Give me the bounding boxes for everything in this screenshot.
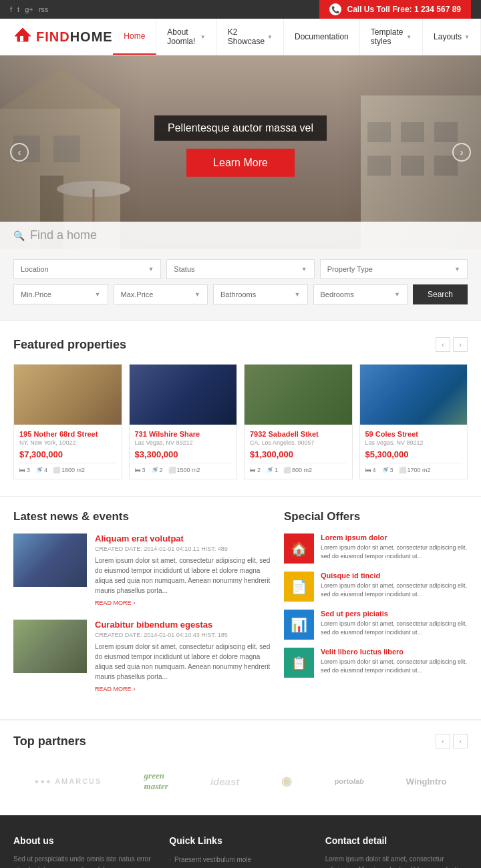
offer-icon-3: 📊 bbox=[284, 610, 314, 640]
search-icon: 🔍 bbox=[13, 230, 25, 241]
min-price-select[interactable]: Min.Price▼ bbox=[13, 284, 108, 304]
googleplus-icon[interactable]: g+ bbox=[25, 5, 33, 13]
footer-grid: About us Sed ut perspiciatis unde omnis … bbox=[13, 835, 468, 868]
nav-home[interactable]: Home bbox=[113, 19, 156, 55]
rss-icon[interactable]: rss bbox=[39, 5, 49, 13]
property-card-4[interactable]: 59 Coles Street Las Vegas, NV 89212 $5,3… bbox=[359, 364, 468, 479]
offer-title-3[interactable]: Sed ut pers piciatis bbox=[321, 610, 468, 618]
offer-icon-1: 🏠 bbox=[284, 533, 314, 564]
twitter-icon[interactable]: t bbox=[17, 5, 19, 13]
property-meta-4: 🛏4 🚿3 ⬜1700 m2 bbox=[365, 463, 462, 473]
property-location-1: NY, New York, 10022 bbox=[19, 439, 116, 446]
footer-link-1[interactable]: ›Praesent vestibulum mole bbox=[169, 854, 311, 865]
offer-item-1: 🏠 Lorem ipsum dolor Lorem ipsum dolor si… bbox=[284, 533, 468, 564]
news-image-1[interactable] bbox=[13, 533, 87, 587]
property-meta-1: 🛏3 🚿4 ⬜1800 m2 bbox=[19, 463, 116, 473]
partner-4[interactable]: ◉ bbox=[281, 774, 292, 789]
logo-text: FINDHOME bbox=[36, 29, 113, 45]
partners-title: Top partners bbox=[13, 734, 86, 748]
bathrooms-select[interactable]: Bathrooms▼ bbox=[213, 284, 308, 304]
news-item-title-2[interactable]: Curabitur bibendum egestas bbox=[95, 620, 271, 630]
offer-text-3: Lorem ipsum dolor sit amet, consectetur … bbox=[321, 620, 468, 636]
facebook-icon[interactable]: f bbox=[10, 5, 12, 13]
offer-content-3: Sed ut pers piciatis Lorem ipsum dolor s… bbox=[321, 610, 468, 640]
offer-content-2: Quisque id tincid Lorem ipsum dolor sit … bbox=[321, 572, 468, 602]
filter-row-1: Location▼ Status▼ Property Type▼ bbox=[13, 259, 468, 279]
hero-prev-button[interactable]: ‹ bbox=[10, 143, 29, 162]
beds-4: 🛏4 bbox=[365, 467, 376, 473]
partner-2[interactable]: greenmaster bbox=[144, 771, 168, 792]
partners-next[interactable]: › bbox=[453, 734, 468, 748]
news-item-title-1[interactable]: Aliquam erat volutpat bbox=[95, 533, 271, 544]
news-image-2[interactable] bbox=[13, 620, 87, 673]
offer-title-1[interactable]: Lorem ipsum dolor bbox=[321, 533, 468, 541]
news-text-2: Lorem ipsum dolor sit amet, consectetur … bbox=[95, 642, 271, 682]
featured-section: Featured properties ‹ › 195 Nother 68rd … bbox=[0, 320, 481, 496]
area-1: ⬜1800 m2 bbox=[53, 467, 85, 473]
bedrooms-select[interactable]: Bedrooms▼ bbox=[313, 284, 408, 304]
property-info-1: 195 Nother 68rd Street NY, New York, 100… bbox=[14, 425, 122, 479]
news-offers-section: Latest news & events Aliquam erat volutp… bbox=[0, 497, 481, 719]
hero-next-button[interactable]: › bbox=[452, 143, 471, 162]
offer-title-4[interactable]: Velit libero luctus libero bbox=[321, 648, 468, 656]
partner-3[interactable]: ideast bbox=[210, 776, 239, 787]
news-title: Latest news & events bbox=[13, 510, 271, 523]
property-price-3: $1,300,000 bbox=[250, 449, 347, 459]
baths-1: 🚿4 bbox=[35, 467, 47, 473]
property-price-1: $7,300,000 bbox=[19, 449, 116, 459]
property-card-2[interactable]: 731 Wilshire Share Las Vegas, NV 89212 $… bbox=[129, 364, 238, 479]
partner-6[interactable]: WingIntro bbox=[406, 777, 447, 787]
top-bar: f t g+ rss 📞 Call Us Toll Free: 1 234 56… bbox=[0, 0, 481, 19]
featured-next[interactable]: › bbox=[453, 337, 468, 352]
property-image-3 bbox=[245, 365, 352, 425]
property-image-1 bbox=[14, 365, 122, 425]
property-info-4: 59 Coles Street Las Vegas, NV 89212 $5,3… bbox=[360, 425, 468, 479]
property-price-2: $3,300,000 bbox=[135, 449, 232, 459]
partners-header: Top partners ‹ › bbox=[13, 734, 468, 748]
property-street-4: 59 Coles Street bbox=[365, 430, 462, 438]
offer-item-4: 📋 Velit libero luctus libero Lorem ipsum… bbox=[284, 648, 468, 678]
status-select[interactable]: Status▼ bbox=[166, 259, 314, 279]
partner-1[interactable]: ●●● AMARCUS bbox=[35, 777, 102, 785]
nav-docs[interactable]: Documentation bbox=[284, 19, 360, 55]
offer-text-2: Lorem ipsum dolor sit amet, consectetur … bbox=[321, 582, 468, 598]
nav-about[interactable]: About Joomla! ▼ bbox=[156, 19, 216, 55]
hero-content: Pellentesque auctor massa vel Learn More bbox=[154, 116, 327, 177]
baths-3: 🚿1 bbox=[266, 467, 278, 473]
offer-item-3: 📊 Sed ut pers piciatis Lorem ipsum dolor… bbox=[284, 610, 468, 640]
logo-icon bbox=[13, 27, 32, 47]
search-placeholder[interactable]: Find a home bbox=[30, 228, 97, 242]
property-location-4: Las Vegas, NV 89212 bbox=[365, 439, 462, 446]
nav-layouts[interactable]: Layouts ▼ bbox=[423, 19, 481, 55]
read-more-1[interactable]: READ MORE › bbox=[95, 600, 271, 606]
footer-contact: Contact detail Lorem ipsum dolor sit ame… bbox=[325, 835, 468, 868]
offer-icon-2: 📄 bbox=[284, 572, 314, 602]
news-item-2: Curabitur bibendum egestas CREATED DATE:… bbox=[13, 620, 271, 692]
max-price-select[interactable]: Max.Price▼ bbox=[114, 284, 208, 304]
logo[interactable]: FINDHOME bbox=[0, 27, 113, 47]
search-button[interactable]: Search bbox=[413, 284, 468, 304]
nav-template[interactable]: Template styles ▼ bbox=[360, 19, 423, 55]
filter-row-2: Min.Price▼ Max.Price▼ Bathrooms▼ Bedroom… bbox=[13, 284, 468, 304]
nav-k2[interactable]: K2 Showcase ▼ bbox=[217, 19, 284, 55]
property-type-select[interactable]: Property Type▼ bbox=[320, 259, 468, 279]
property-card-3[interactable]: 7932 Sabadell Stket CA, Los Angeles, 900… bbox=[244, 364, 353, 479]
partners-prev[interactable]: ‹ bbox=[436, 734, 450, 748]
offer-text-4: Lorem ipsum dolor sit amet, consectetur … bbox=[321, 658, 468, 674]
location-select[interactable]: Location▼ bbox=[13, 259, 161, 279]
read-more-2[interactable]: READ MORE › bbox=[95, 686, 271, 692]
property-card-1[interactable]: 195 Nother 68rd Street NY, New York, 100… bbox=[13, 364, 122, 479]
featured-prev[interactable]: ‹ bbox=[436, 337, 450, 352]
partner-5[interactable]: portolab bbox=[335, 777, 364, 785]
featured-nav: ‹ › bbox=[436, 337, 468, 352]
area-2: ⬜1500 m2 bbox=[168, 467, 200, 473]
offer-title-2[interactable]: Quisque id tincid bbox=[321, 572, 468, 580]
footer-about-title: About us bbox=[13, 835, 156, 846]
call-label: Call Us Toll Free: 1 234 567 89 bbox=[347, 5, 461, 14]
footer-link-2[interactable]: ›Praesent et orci tellus bbox=[169, 865, 311, 868]
social-icons: f t g+ rss bbox=[10, 5, 48, 13]
property-street-3: 7932 Sabadell Stket bbox=[250, 430, 347, 438]
hero-cta-button[interactable]: Learn More bbox=[186, 149, 295, 177]
offer-content-1: Lorem ipsum dolor Lorem ipsum dolor sit … bbox=[321, 533, 468, 564]
main-nav: Home About Joomla! ▼ K2 Showcase ▼ Docum… bbox=[113, 19, 481, 55]
